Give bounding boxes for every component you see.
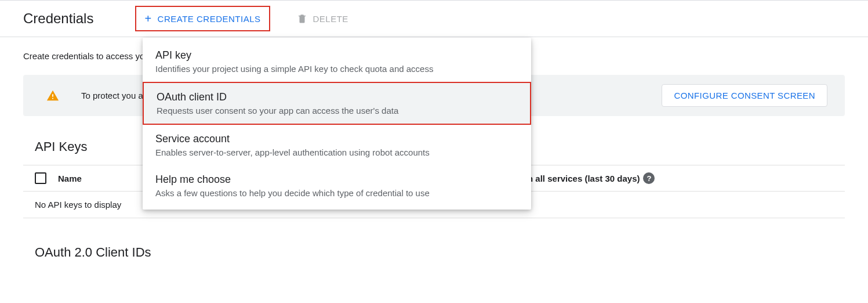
- page-title: Credentials: [23, 10, 93, 27]
- dropdown-item-help-me-choose[interactable]: Help me choose Asks a few questions to h…: [143, 165, 531, 206]
- trash-icon: [297, 13, 307, 24]
- dropdown-item-desc: Identifies your project using a simple A…: [155, 64, 518, 74]
- delete-button[interactable]: DELETE: [290, 8, 355, 29]
- dropdown-item-desc: Requests user consent so your app can ac…: [157, 106, 517, 116]
- create-credentials-dropdown: API key Identifies your project using a …: [143, 38, 531, 210]
- warning-icon: [46, 89, 59, 102]
- dropdown-item-service-account[interactable]: Service account Enables server-to-server…: [143, 125, 531, 165]
- dropdown-item-desc: Asks a few questions to help you decide …: [155, 188, 518, 198]
- help-icon[interactable]: ?: [643, 172, 655, 184]
- dropdown-item-oauth-client[interactable]: OAuth client ID Requests user consent so…: [143, 82, 531, 125]
- create-credentials-button[interactable]: + CREATE CREDENTIALS: [135, 6, 270, 31]
- dropdown-item-title: API key: [155, 49, 518, 62]
- oauth-clients-title: OAuth 2.0 Client IDs: [35, 245, 845, 260]
- configure-consent-button[interactable]: CONFIGURE CONSENT SCREEN: [662, 84, 827, 107]
- dropdown-item-desc: Enables server-to-server, app-level auth…: [155, 147, 518, 157]
- toolbar: Credentials + CREATE CREDENTIALS DELETE: [0, 0, 868, 37]
- dropdown-item-api-key[interactable]: API key Identifies your project using a …: [143, 41, 531, 82]
- dropdown-item-title: Service account: [155, 133, 518, 145]
- select-all-checkbox[interactable]: [35, 172, 46, 184]
- dropdown-item-title: OAuth client ID: [157, 91, 517, 103]
- dropdown-item-title: Help me choose: [155, 174, 518, 186]
- create-credentials-label: CREATE CREDENTIALS: [158, 14, 261, 24]
- delete-label: DELETE: [313, 14, 348, 24]
- plus-icon: +: [144, 12, 151, 26]
